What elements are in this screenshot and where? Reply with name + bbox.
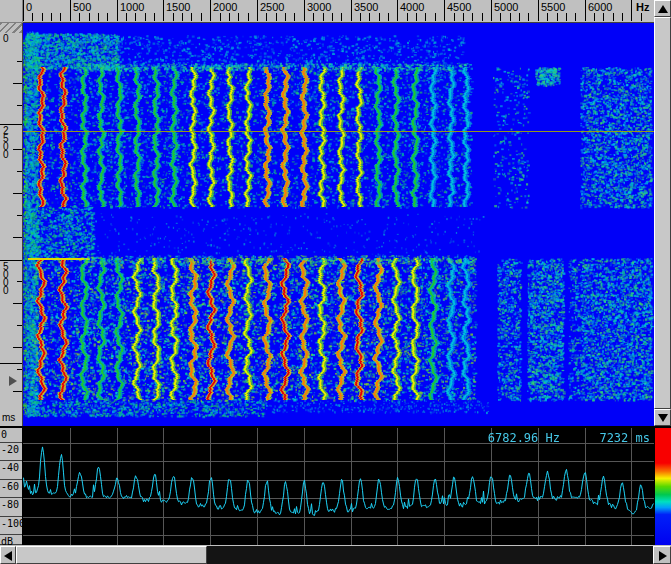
horizontal-scrollbar[interactable]: [0, 546, 671, 564]
frequency-ruler: Hz 0500100015002000250030003500400045005…: [23, 0, 654, 23]
freq-minor-tick: [294, 13, 295, 21]
db-scale-cell: -80: [0, 498, 22, 517]
time-unit-label: ms: [2, 412, 15, 423]
freq-tick-label: 4500: [447, 1, 471, 13]
ruler-hatch: [0, 23, 22, 33]
freq-minor-tick: [173, 13, 174, 21]
freq-unit-label: Hz: [636, 1, 649, 13]
freq-minor-tick: [435, 13, 436, 21]
freq-major-tick: [70, 0, 71, 21]
freq-major-tick: [163, 0, 164, 21]
scroll-left-button[interactable]: [0, 546, 16, 564]
freq-minor-tick: [594, 13, 595, 21]
freq-minor-tick: [482, 13, 483, 21]
freq-minor-tick: [32, 13, 33, 21]
freq-tick-label: 1000: [120, 1, 144, 13]
db-scale-cell: -40: [0, 461, 22, 480]
scroll-up-button[interactable]: [654, 0, 671, 17]
freq-minor-tick: [500, 13, 501, 21]
db-scale-cell: -20: [0, 443, 22, 461]
scroll-down-button[interactable]: [654, 409, 671, 426]
arrow-down-icon: [658, 414, 668, 422]
freq-minor-tick: [332, 13, 333, 21]
freq-minor-tick: [472, 13, 473, 21]
freq-minor-tick: [229, 13, 230, 21]
time-minor-tick: [17, 369, 22, 370]
time-minor-tick: [13, 303, 22, 304]
freq-minor-tick: [79, 13, 80, 21]
freq-minor-tick: [360, 13, 361, 21]
time-minor-tick: [17, 171, 22, 172]
freq-minor-tick: [154, 13, 155, 21]
freq-tick-label: 6000: [588, 1, 612, 13]
freq-minor-tick: [107, 13, 108, 21]
freq-minor-tick: [641, 13, 642, 21]
freq-minor-tick: [201, 13, 202, 21]
freq-major-tick: [585, 0, 586, 21]
spectrogram-app: Hz 0500100015002000250030003500400045005…: [0, 0, 671, 564]
freq-major-tick: [257, 0, 258, 21]
time-tick-label: 2 5 0 0: [3, 127, 9, 159]
freq-major-tick: [631, 0, 632, 21]
db-tick-label: -100: [1, 518, 25, 529]
time-position-marker[interactable]: [9, 376, 17, 386]
freq-minor-tick: [191, 13, 192, 21]
db-tick-label: 0: [1, 429, 7, 440]
freq-minor-tick: [238, 13, 239, 21]
db-tick-label: -60: [1, 481, 19, 492]
freq-minor-tick: [388, 13, 389, 21]
freq-minor-tick: [519, 13, 520, 21]
freq-major-tick: [444, 0, 445, 21]
time-tick-label: 0: [3, 35, 9, 43]
vertical-scrollbar-thumb[interactable]: [654, 17, 671, 409]
db-tick-label: -20: [1, 444, 19, 455]
freq-tick-label: 5500: [541, 1, 565, 13]
freq-major-tick: [351, 0, 352, 21]
freq-minor-tick: [220, 13, 221, 21]
freq-tick-label: 4000: [400, 1, 424, 13]
vertical-scrollbar[interactable]: [654, 0, 671, 426]
time-minor-tick: [17, 325, 22, 326]
freq-minor-tick: [341, 13, 342, 21]
freq-minor-tick: [323, 13, 324, 21]
db-tick-label: -80: [1, 499, 19, 510]
arrow-up-icon: [658, 5, 668, 13]
time-minor-tick: [17, 105, 22, 106]
freq-minor-tick: [603, 13, 604, 21]
time-minor-tick: [13, 193, 22, 194]
scroll-right-button[interactable]: [653, 546, 671, 564]
freq-tick-label: 0: [26, 1, 32, 13]
freq-minor-tick: [145, 13, 146, 21]
freq-tick-label: 2500: [260, 1, 284, 13]
freq-minor-tick: [248, 13, 249, 21]
freq-minor-tick: [285, 13, 286, 21]
spectrogram-canvas[interactable]: [23, 23, 654, 426]
freq-minor-tick: [528, 13, 529, 21]
time-minor-tick: [13, 347, 22, 348]
freq-major-tick: [397, 0, 398, 21]
freq-minor-tick: [98, 13, 99, 21]
freq-major-tick: [210, 0, 211, 21]
freq-minor-tick: [454, 13, 455, 21]
time-minor-tick: [13, 391, 22, 392]
freq-minor-tick: [407, 13, 408, 21]
spectrum-canvas[interactable]: [23, 428, 654, 545]
freq-minor-tick: [135, 13, 136, 21]
freq-minor-tick: [416, 13, 417, 21]
freq-minor-tick: [379, 13, 380, 21]
db-tick-label: -40: [1, 462, 19, 473]
freq-tick-label: 3000: [307, 1, 331, 13]
arrow-left-icon: [4, 551, 12, 561]
freq-major-tick: [117, 0, 118, 21]
time-tick-label: 5 0 0 0: [3, 263, 9, 295]
arrow-right-icon: [659, 551, 667, 561]
time-minor-tick: [17, 61, 22, 62]
freq-major-tick: [304, 0, 305, 21]
db-scale-cell: -100: [0, 517, 22, 535]
freq-minor-tick: [266, 13, 267, 21]
ruler-corner: [0, 0, 23, 23]
freq-minor-tick: [276, 13, 277, 21]
freq-minor-tick: [42, 13, 43, 21]
time-minor-tick: [13, 149, 22, 150]
horizontal-scrollbar-thumb[interactable]: [16, 546, 207, 564]
